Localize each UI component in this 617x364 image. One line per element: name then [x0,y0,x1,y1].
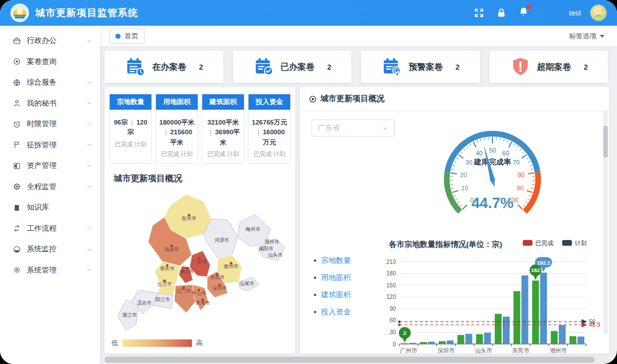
sidebar-item-11[interactable]: 系统监控 [0,239,100,260]
map-city-label: 韶关市 [182,215,197,221]
bar-chart-title: 各市宗地数量指标情况(单位：宗) [388,240,502,249]
metric-link-1[interactable]: •宗地数量 [314,255,351,266]
sidebar-item-label: 综合服务 [27,77,86,87]
metric-link-4[interactable]: •投入资金 [314,307,351,317]
avatar[interactable] [590,5,607,21]
sidebar-item-label: 行政办公 [27,35,86,46]
completion-gauge-chart: 0102030405060708090100建库完成率44.7% [427,122,558,231]
shield-exclamation-icon [510,56,531,78]
summary-card-count: 2 [455,63,459,71]
sidebar: 行政办公案卷查询综合服务我的秘书时限管理征拆管理资产管理全程监管知识库工作流程系… [0,26,100,364]
legend-swatch-计划[interactable] [562,240,572,246]
map-city-label: 深圳市 [213,285,227,291]
metric-link-3[interactable]: •建筑面积 [314,290,351,300]
stat-planned-value: 215600平米 [170,129,192,145]
chevron-down-icon [86,183,93,190]
summary-cards-row: 在办案卷2已办案卷2预警案卷2超期案卷2 [105,51,608,83]
sidebar-item-3[interactable]: 综合服务 [0,72,100,93]
bar-y-tick-label: 120 [386,294,396,300]
tab-home[interactable]: 首页 [109,29,145,44]
stat-card-title: 投入资金 [249,94,290,110]
legend-label: 已完成 [535,239,554,246]
section-marker-icon [309,95,316,103]
bullet-icon: • [314,274,316,282]
notifications-button[interactable] [518,6,529,19]
stat-card-values: 96宗｜120宗 [112,118,149,138]
caret-down-icon [600,35,604,38]
summary-card-3[interactable]: 预警案卷2 [361,51,480,83]
bar-已完成-10 [570,336,576,344]
metric-link-label: 投入资金 [321,307,351,317]
province-select[interactable]: 广东省 [311,119,395,137]
bar-y-tick-label: 60 [390,317,396,323]
bar-y-tick-label: 0 [392,341,396,347]
summary-card-4[interactable]: 超期案卷2 [490,51,608,83]
gauge-tick-label: 40 [476,150,483,157]
map-city-label: 云浮市 [157,281,172,287]
legend-low-label: 低 [111,338,118,348]
metric-link-label: 建筑面积 [321,290,351,300]
chevron-down-icon [86,142,93,148]
vertical-scrollbar[interactable] [603,110,608,334]
map-city-label: 中山市 [191,290,206,296]
tab-active-dot-icon [115,34,121,39]
stat-card-1: 宗地数量96宗｜120宗已完成 计划 [109,94,152,164]
chevron-down-icon [86,38,93,44]
stat-completed-value: 32100平米 [207,119,239,126]
fullscreen-icon[interactable] [474,7,484,18]
sidebar-item-2[interactable]: 案卷查询 [0,51,100,73]
mark-point-label: 162 [531,267,540,273]
sidebar-item-5[interactable]: 时限管理 [0,114,100,135]
sidebar-item-6[interactable]: 征拆管理 [0,135,100,156]
summary-card-2[interactable]: 已办案卷2 [233,51,352,83]
stat-card-footer: 已完成 计划 [158,150,195,158]
overview-panel: 城市更新项目概况 广东省 0102030405060708090100建库完成率… [300,87,609,354]
sidebar-item-10[interactable]: 工作流程 [0,218,100,239]
stat-separator: ｜ [254,129,263,135]
bar-计划-8 [540,273,547,344]
map-city-label: 阳江市 [155,297,170,302]
monitor-icon [13,245,21,254]
bar-x-tick-label: 潮州市 [550,347,567,354]
chevron-down-icon [86,163,93,169]
horizontal-scrollbar[interactable] [103,357,609,363]
gauge-tick-label: 50 [489,147,496,154]
bar-y-tick-label: 30 [390,329,396,335]
stat-card-footer: 已完成 计划 [112,141,149,149]
province-select-value: 广东省 [318,123,340,133]
guangdong-map[interactable]: 韶关市梅州市河源市潮州市揭阳市汕头市清远市肇庆市云浮市广州市佛山市东莞市惠州市汕… [109,185,291,333]
sidebar-item-12[interactable]: 系统管理 [0,260,100,281]
map-city-label: 广州市 [192,259,207,265]
sidebar-item-4[interactable]: 我的秘书 [0,93,100,114]
stat-card-values: 126765万元｜160000万元 [251,118,288,147]
stat-card-2: 用地面积180000平米｜215600平米已完成 计划 [155,94,198,164]
bar-计划-1 [410,343,416,344]
summary-card-1[interactable]: 在办案卷2 [105,51,223,83]
sidebar-item-9[interactable]: 知识库 [0,197,100,218]
bar-计划-10 [578,337,584,344]
city-parcel-bar-chart: 0306090120150180210广州市深圳市汕头市东莞市潮州市5648.9… [373,235,607,354]
sidebar-item-label: 时限管理 [27,119,86,129]
horizontal-scrollbar-thumb[interactable] [105,357,595,363]
summary-card-label: 在办案卷 [152,62,186,73]
metric-link-2[interactable]: •用地面积 [314,273,351,283]
sidebar-item-1[interactable]: 行政办公 [0,30,100,51]
bar-已完成-4 [458,335,464,344]
stat-card-values: 32100平米｜36990平米 [205,118,242,147]
legend-swatch-已完成[interactable] [523,240,532,246]
legend-label: 计划 [575,239,587,246]
asset-icon [13,162,21,170]
sidebar-item-8[interactable]: 全程监管 [0,177,100,198]
map-city-label: 河源市 [214,237,229,243]
vertical-scrollbar-thumb[interactable] [603,126,608,158]
map-city-label: 江门市 [176,288,191,294]
map-city-label: 佛山市 [179,269,194,274]
mark-point-label: 182.2 [537,259,551,266]
chevron-down-icon [86,79,93,86]
stat-card-values: 180000平米｜215600平米 [158,118,195,147]
lock-icon[interactable] [496,7,507,18]
username[interactable]: test [569,9,581,17]
tag-options-button[interactable]: 标签选项 [566,29,608,43]
map-city-label: 茂名市 [137,300,152,306]
sidebar-item-7[interactable]: 资产管理 [0,155,100,177]
